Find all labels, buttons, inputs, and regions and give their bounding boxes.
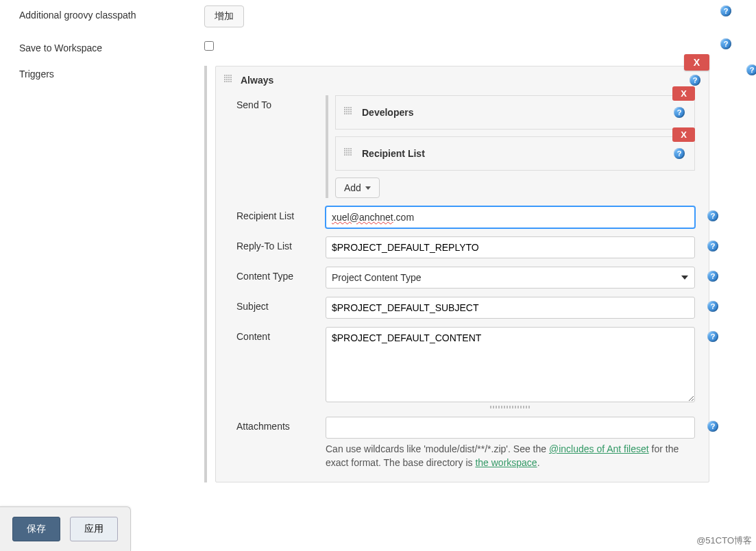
label-classpath: Additional groovy classpath (19, 10, 136, 21)
bottom-toolbar: 保存 应用 (0, 506, 131, 551)
help-icon[interactable]: ? (690, 75, 700, 86)
drag-handle-icon[interactable] (344, 148, 355, 159)
triggers-panel: X Always ? Send To X (204, 66, 709, 482)
row-replyto: Reply-To List ? (224, 232, 700, 262)
watermark: @51CTO博客 (696, 535, 752, 547)
trigger-title: Always (241, 75, 273, 86)
row-attachments: Attachments ? Can use wildcards like 'mo… (224, 413, 700, 474)
recipient-list-box: X Recipient List ? (335, 136, 695, 171)
help-icon[interactable]: ? (746, 64, 756, 75)
add-label: Add (344, 182, 361, 193)
attachments-hint: Can use wildcards like 'module/dist/**/*… (326, 443, 695, 469)
content-textarea[interactable] (326, 327, 695, 402)
recipient-title: Recipient List (362, 148, 425, 159)
drag-handle-icon[interactable] (344, 107, 355, 118)
help-icon[interactable]: ? (707, 271, 718, 282)
add-classpath-button[interactable]: 增加 (204, 5, 244, 27)
label-attachments: Attachments (236, 417, 326, 432)
save-workspace-checkbox[interactable] (204, 41, 214, 51)
help-icon[interactable]: ? (707, 301, 718, 312)
label-subject: Subject (236, 297, 326, 312)
trigger-always: X Always ? Send To X (215, 66, 709, 482)
label-save-workspace: Save to Workspace (19, 42, 102, 53)
chevron-down-icon (365, 186, 371, 190)
recipient-title: Developers (362, 107, 413, 118)
row-contenttype: Content Type Project Content Type ? (224, 262, 700, 293)
row-subject: Subject ? (224, 293, 700, 323)
help-icon[interactable]: ? (720, 38, 731, 49)
row-content: Content ? (224, 323, 700, 413)
label-sendto: Send To (236, 95, 326, 110)
recipient-list-input[interactable]: xuel@anchnet.com (326, 206, 695, 228)
row-sendto: Send To X Developers ? X (224, 91, 700, 202)
label-contenttype: Content Type (236, 267, 326, 282)
replyto-input[interactable] (326, 236, 695, 258)
help-icon[interactable]: ? (707, 241, 718, 252)
label-replyto: Reply-To List (236, 236, 326, 252)
row-classpath: Additional groovy classpath 增加 ? (19, 0, 737, 33)
help-icon[interactable]: ? (707, 421, 718, 432)
help-icon[interactable]: ? (674, 148, 685, 159)
help-icon[interactable]: ? (707, 331, 718, 342)
recipient-developers: X Developers ? (335, 95, 695, 130)
help-icon[interactable]: ? (674, 107, 685, 118)
attachments-input[interactable] (326, 417, 695, 439)
subject-input[interactable] (326, 297, 695, 319)
chevron-down-icon (681, 276, 688, 280)
label-recipient-list: Recipient List (236, 206, 326, 221)
apply-button[interactable]: 应用 (70, 517, 118, 541)
remove-trigger-button[interactable]: X (684, 54, 709, 71)
help-icon[interactable]: ? (720, 5, 731, 16)
workspace-link[interactable]: the workspace (475, 457, 537, 468)
sendto-group: X Developers ? X Recipient List ? (326, 95, 695, 198)
row-recipient-list: Recipient List xuel@anchnet.com ? (224, 202, 700, 232)
add-recipient-dropdown[interactable]: Add (335, 177, 380, 198)
remove-recipient-button[interactable]: X (672, 86, 695, 101)
resize-handle-icon[interactable] (490, 406, 531, 408)
contenttype-select[interactable]: Project Content Type (326, 267, 695, 289)
row-save-workspace: Save to Workspace ? (19, 33, 737, 59)
help-icon[interactable]: ? (707, 210, 718, 221)
remove-recipient-button[interactable]: X (672, 127, 695, 142)
row-triggers: Triggers ? X Always ? Send To (19, 59, 737, 493)
ant-fileset-link[interactable]: @includes of Ant fileset (549, 443, 649, 454)
save-button[interactable]: 保存 (12, 517, 60, 541)
label-content: Content (236, 327, 326, 342)
label-triggers: Triggers (19, 69, 54, 79)
drag-handle-icon[interactable] (224, 75, 235, 86)
